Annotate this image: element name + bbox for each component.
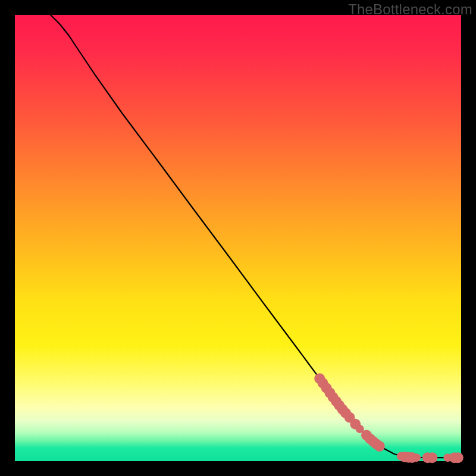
data-point — [427, 452, 437, 463]
bottleneck-curve — [51, 15, 461, 458]
watermark-text: TheBottleneck.com — [348, 1, 472, 18]
data-point — [412, 453, 421, 462]
data-point — [374, 441, 385, 452]
data-point — [453, 452, 464, 463]
chart-frame — [15, 15, 461, 461]
chart-svg — [15, 15, 461, 461]
data-points — [314, 373, 464, 463]
